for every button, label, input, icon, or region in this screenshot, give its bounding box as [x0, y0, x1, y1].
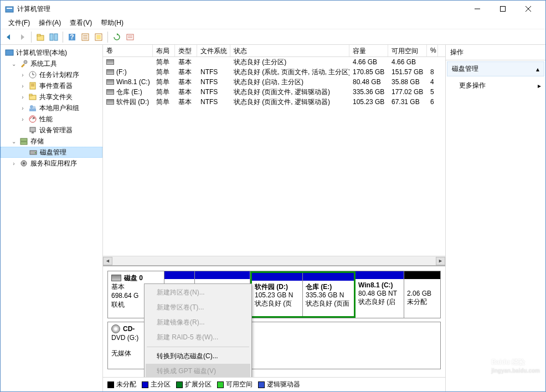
expand-icon[interactable]: ›	[19, 116, 26, 122]
tree-eventviewer-label: 事件查看器	[39, 81, 73, 91]
tree-panel[interactable]: 计算机管理(本地) ⌄ 系统工具 › 任务计划程序 › 事件查看器 › 共享文件…	[1, 45, 103, 391]
disk-0-label: 磁盘 0	[124, 274, 143, 282]
tree-users[interactable]: › 本地用户和组	[1, 102, 102, 114]
expand-icon[interactable]: ›	[19, 105, 26, 111]
svg-rect-37	[32, 132, 34, 133]
event-icon	[28, 81, 37, 90]
services-icon	[19, 159, 28, 168]
partition-unalloc[interactable]: 2.06 GB未分配	[404, 271, 440, 318]
cm-dynamic[interactable]: 转换到动态磁盘(C)...	[146, 349, 250, 364]
forward-button[interactable]	[16, 31, 28, 43]
dvd-icon	[111, 324, 120, 333]
tree-devmgr[interactable]: 设备管理器	[1, 125, 102, 136]
col-layout[interactable]: 布局	[153, 45, 175, 56]
cm-span: 新建跨区卷(N)...	[146, 285, 250, 300]
chevron-right-icon: ▸	[538, 82, 541, 90]
list-button[interactable]	[124, 31, 136, 43]
minimize-button[interactable]	[465, 1, 490, 17]
volume-header: 卷 布局 类型 文件系统 状态 容量 可用空间 %	[103, 45, 445, 57]
perf-icon	[28, 115, 37, 123]
svg-rect-38	[20, 138, 27, 141]
collapse-icon[interactable]: ⌄	[11, 138, 17, 145]
col-capacity[interactable]: 容量	[349, 45, 388, 56]
legend: 未分配 主分区 扩展分区 可用空间 逻辑驱动器	[103, 377, 445, 391]
menu-help[interactable]: 帮助(H)	[96, 17, 128, 29]
legend-logical: 逻辑驱动器	[258, 380, 300, 389]
tree-systools[interactable]: ⌄ 系统工具	[1, 58, 102, 69]
partition-e[interactable]: 仓库 (E:)335.36 GB N状态良好 (页面	[303, 273, 354, 316]
col-fs[interactable]: 文件系统	[197, 45, 230, 56]
tree-diskmgmt[interactable]: 磁盘管理	[1, 147, 102, 158]
tree-shared-label: 共享文件夹	[39, 92, 73, 102]
menu-view[interactable]: 查看(V)	[65, 17, 96, 29]
volume-row[interactable]: Win8.1 (C:)简单基本NTFS状态良好 (启动, 主分区)80.48 G…	[103, 77, 445, 87]
svg-rect-0	[6, 7, 13, 12]
expand-icon[interactable]: ›	[19, 72, 26, 78]
tree-shared[interactable]: › 共享文件夹	[1, 91, 102, 102]
col-volume[interactable]: 卷	[103, 45, 153, 56]
folder-icon	[28, 92, 37, 101]
menubar: 文件(F) 操作(A) 查看(V) 帮助(H)	[1, 17, 545, 29]
col-type[interactable]: 类型	[175, 45, 197, 56]
up-button[interactable]	[34, 31, 47, 43]
partition-d[interactable]: 软件园 (D:)105.23 GB N状态良好 (页	[252, 273, 303, 316]
tree-storage[interactable]: ⌄ 存储	[1, 136, 102, 147]
disk-icon	[111, 275, 121, 281]
toolbar: ?	[1, 29, 545, 45]
col-free[interactable]: 可用空间	[388, 45, 427, 56]
scroll-right-button[interactable]: ►	[436, 257, 445, 265]
window-title: 计算机管理	[17, 4, 465, 14]
titlebar: 计算机管理	[1, 1, 545, 17]
actions-section-label: 磁盘管理	[452, 64, 478, 74]
expand-icon[interactable]: ›	[19, 94, 26, 100]
maximize-button[interactable]	[490, 1, 516, 17]
disk-icon	[29, 148, 38, 157]
col-pct[interactable]: %	[427, 45, 438, 56]
tree-eventviewer[interactable]: › 事件查看器	[1, 80, 102, 91]
menu-action[interactable]: 操作(A)	[34, 17, 65, 29]
scroll-left-button[interactable]: ◄	[103, 257, 112, 265]
collapse-icon[interactable]: ⌄	[11, 61, 17, 67]
partition-c[interactable]: Win8.1 (C:)80.48 GB NT状态良好 (启	[356, 271, 404, 318]
help-icon[interactable]: ?	[66, 31, 78, 43]
expand-icon[interactable]: ›	[11, 161, 17, 167]
svg-rect-17	[96, 35, 101, 39]
close-button[interactable]	[516, 1, 541, 17]
volume-row[interactable]: 简单基本状态良好 (主分区)4.66 GB4.66 GB	[103, 57, 445, 67]
legend-extended: 扩展分区	[176, 380, 212, 389]
volume-row[interactable]: (F:)简单基本NTFS状态良好 (系统, 页面文件, 活动, 主分区)170.…	[103, 67, 445, 77]
svg-point-43	[23, 162, 25, 164]
refresh-button[interactable]	[111, 31, 123, 43]
collapse-icon[interactable]: ▴	[536, 65, 539, 73]
actions-section[interactable]: 磁盘管理 ▴	[447, 61, 544, 76]
volume-row[interactable]: 仓库 (E:)简单基本NTFS状态良好 (页面文件, 逻辑驱动器)335.36 …	[103, 87, 445, 97]
expand-icon[interactable]: ›	[19, 83, 26, 89]
users-icon	[28, 104, 37, 112]
volume-filler	[103, 107, 445, 256]
actions-more[interactable]: 更多操作 ▸	[446, 78, 545, 94]
storage-icon	[19, 137, 28, 146]
svg-rect-30	[29, 94, 32, 96]
volume-row[interactable]: 软件园 (D:)简单基本NTFS状态良好 (页面文件, 逻辑驱动器)105.23…	[103, 97, 445, 107]
tree-perf[interactable]: › 性能	[1, 114, 102, 125]
back-button[interactable]	[3, 31, 15, 43]
hscrollbar[interactable]: ◄ ►	[103, 256, 445, 265]
details-button[interactable]	[79, 31, 91, 43]
svg-point-31	[30, 105, 33, 109]
settings-button[interactable]	[92, 31, 105, 43]
tree-users-label: 本地用户和组	[39, 104, 79, 113]
tree-scheduler[interactable]: › 任务计划程序	[1, 69, 102, 80]
menu-file[interactable]: 文件(F)	[4, 17, 34, 29]
actions-panel: 操作 磁盘管理 ▴ 更多操作 ▸	[446, 45, 545, 391]
tree-root-label: 计算机管理(本地)	[16, 48, 67, 58]
cm-gpt: 转换成 GPT 磁盘(V)	[146, 364, 250, 377]
col-status[interactable]: 状态	[230, 45, 349, 56]
cdrom-label: CD-	[123, 324, 135, 333]
volume-rows[interactable]: 简单基本状态良好 (主分区)4.66 GB4.66 GB(F:)简单基本NTFS…	[103, 57, 445, 107]
tree-root[interactable]: 计算机管理(本地)	[1, 47, 102, 58]
svg-rect-21	[6, 50, 13, 55]
tree-services[interactable]: › 服务和应用程序	[1, 158, 102, 169]
app-icon	[5, 4, 14, 13]
svg-rect-3	[501, 7, 506, 12]
show-hide-button[interactable]	[48, 31, 60, 43]
